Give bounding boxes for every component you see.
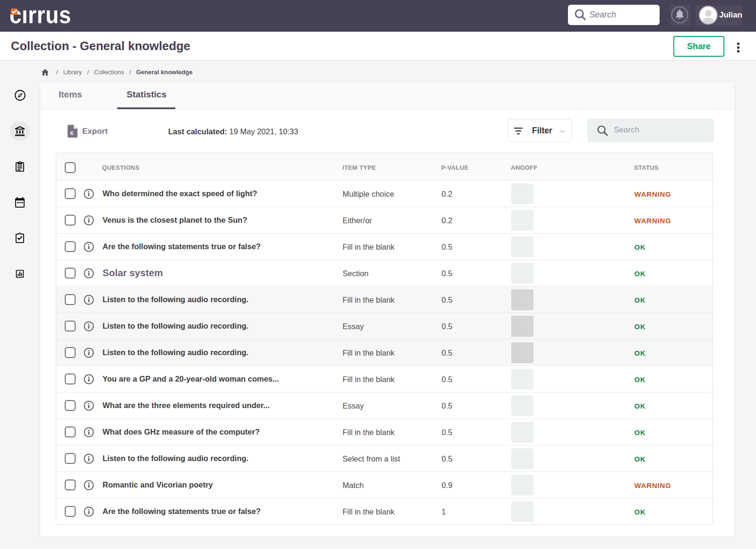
- svg-text:cırrus: cırrus: [10, 4, 71, 27]
- svg-text:x: x: [70, 129, 74, 136]
